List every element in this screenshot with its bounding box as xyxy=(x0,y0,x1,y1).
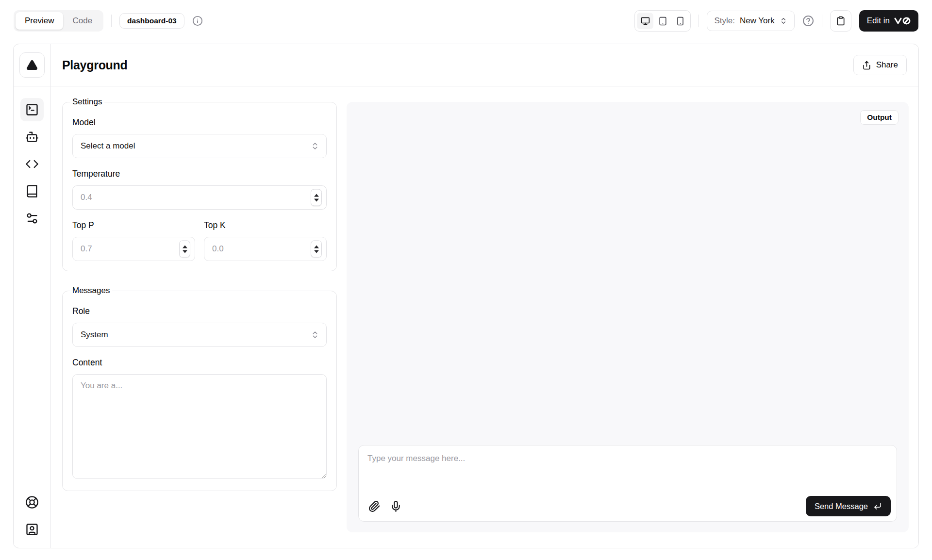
sidebar-item-documentation[interactable] xyxy=(20,180,44,203)
tablet-toggle-button[interactable] xyxy=(654,13,671,29)
number-stepper-icon[interactable] xyxy=(311,189,322,206)
content-textarea[interactable] xyxy=(72,374,327,479)
settings-2-icon xyxy=(25,212,39,225)
settings-form: Settings Model Select a model Temperatur… xyxy=(62,97,337,491)
view-tabs: Preview Code xyxy=(14,10,103,32)
tablet-icon xyxy=(658,16,667,26)
style-select-label: Style: xyxy=(714,16,735,26)
corner-down-left-icon xyxy=(873,502,882,511)
attach-file-button[interactable] xyxy=(365,496,384,516)
top-k-input[interactable] xyxy=(204,237,327,261)
message-composer: Send Message xyxy=(358,445,897,522)
messages-legend: Messages xyxy=(70,286,112,296)
monitor-icon xyxy=(641,16,650,26)
top-p-label: Top P xyxy=(72,220,195,231)
tab-code[interactable]: Code xyxy=(63,12,101,30)
chevrons-up-down-icon xyxy=(311,330,319,339)
code-icon xyxy=(25,157,39,171)
bot-icon xyxy=(25,130,39,144)
style-select[interactable]: Style: New York xyxy=(707,11,794,31)
send-message-label: Send Message xyxy=(815,502,868,511)
desktop-toggle-button[interactable] xyxy=(637,13,653,29)
temperature-label: Temperature xyxy=(72,169,327,179)
main-content: Settings Model Select a model Temperatur… xyxy=(50,86,918,548)
copy-code-button[interactable] xyxy=(830,10,851,32)
square-user-icon xyxy=(25,523,39,536)
mobile-toggle-button[interactable] xyxy=(672,13,688,29)
paperclip-icon xyxy=(368,500,381,512)
role-select-value: System xyxy=(81,330,108,340)
life-buoy-icon xyxy=(25,495,39,509)
mic-icon xyxy=(390,500,402,512)
sidebar-item-api[interactable] xyxy=(20,152,44,176)
clipboard-icon xyxy=(836,16,846,26)
composer-toolbar: Send Message xyxy=(365,496,891,516)
messages-fieldset: Messages Role System Content xyxy=(62,286,337,491)
role-label: Role xyxy=(72,306,327,316)
top-p-input[interactable] xyxy=(72,237,195,261)
book-icon xyxy=(25,184,39,198)
message-input[interactable] xyxy=(359,445,897,488)
share-button[interactable]: Share xyxy=(853,55,907,75)
edit-in-v0-button[interactable]: Edit in xyxy=(859,10,918,32)
model-select[interactable]: Select a model xyxy=(72,134,327,158)
triangle-logo-icon xyxy=(26,59,38,71)
app-frame: Playground Share xyxy=(13,44,919,548)
page-header: Playground Share xyxy=(50,44,918,86)
settings-fieldset: Settings Model Select a model Temperatur… xyxy=(62,97,337,271)
sidebar-logo-cell xyxy=(14,44,50,86)
device-toggle-group xyxy=(634,10,691,32)
output-panel: Output Send Message xyxy=(347,102,909,532)
output-badge: Output xyxy=(860,110,899,125)
sidebar-bottom-nav xyxy=(20,491,44,541)
top-toolbar: Preview Code dashboard-03 Style: New Yor… xyxy=(0,0,932,42)
smartphone-icon xyxy=(676,16,685,26)
share-icon xyxy=(862,61,871,70)
help-icon[interactable] xyxy=(802,15,814,27)
share-button-label: Share xyxy=(876,60,898,70)
style-select-value: New York xyxy=(740,16,775,26)
chevrons-up-down-icon xyxy=(780,17,787,25)
use-microphone-button[interactable] xyxy=(386,496,405,516)
toolbar-separator xyxy=(822,15,822,27)
settings-legend: Settings xyxy=(70,97,104,107)
role-select[interactable]: System xyxy=(72,323,327,347)
chevrons-up-down-icon xyxy=(311,142,319,150)
toolbar-separator xyxy=(111,15,112,27)
info-icon[interactable] xyxy=(192,16,203,26)
sidebar-nav xyxy=(14,86,50,548)
temperature-input[interactable] xyxy=(72,185,327,210)
top-k-label: Top K xyxy=(204,220,327,231)
v0-logo-icon xyxy=(894,17,911,25)
home-logo-button[interactable] xyxy=(19,52,45,78)
tab-preview[interactable]: Preview xyxy=(16,12,63,30)
sidebar-item-account[interactable] xyxy=(20,518,44,541)
sidebar-item-help[interactable] xyxy=(20,491,44,514)
sidebar-item-settings[interactable] xyxy=(20,207,44,230)
number-stepper-icon[interactable] xyxy=(311,241,322,258)
model-label: Model xyxy=(72,117,327,128)
square-terminal-icon xyxy=(25,103,39,116)
number-stepper-icon[interactable] xyxy=(179,241,190,258)
page-title: Playground xyxy=(62,58,128,72)
model-select-value: Select a model xyxy=(81,141,135,151)
send-message-button[interactable]: Send Message xyxy=(806,496,891,516)
sidebar-item-playground[interactable] xyxy=(20,98,44,121)
block-name-badge: dashboard-03 xyxy=(119,13,184,29)
edit-in-v0-label: Edit in xyxy=(867,16,890,26)
content-label: Content xyxy=(72,358,327,368)
toolbar-separator xyxy=(699,15,699,27)
sidebar-item-models[interactable] xyxy=(20,125,44,148)
